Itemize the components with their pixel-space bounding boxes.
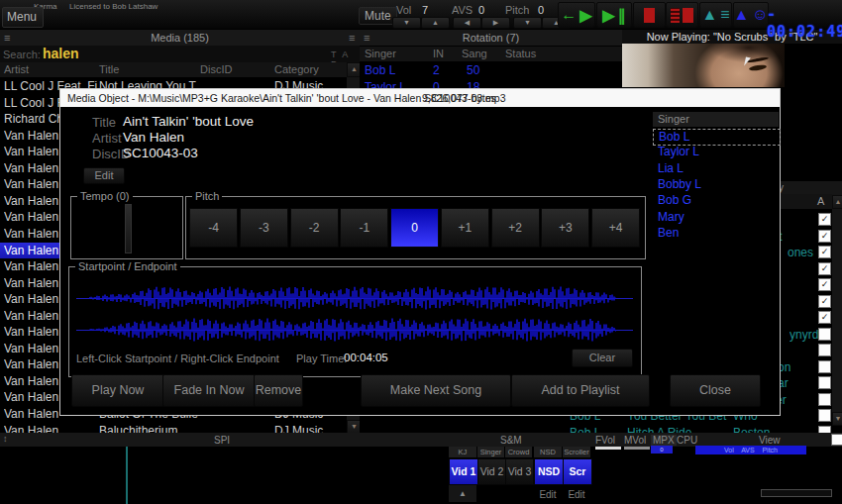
media-table-row[interactable]: Van HalenBaluchitheriumDJ Music: [0, 423, 347, 433]
avs-left-button[interactable]: ◀: [453, 17, 481, 29]
vol-up-button[interactable]: ▲: [421, 17, 450, 29]
column-header-category[interactable]: Category: [274, 63, 319, 75]
dialog-button-make-next-song[interactable]: Make Next Song: [361, 374, 511, 407]
mvol-meter[interactable]: [624, 447, 650, 450]
nsd-edit-button[interactable]: Edit: [534, 489, 562, 500]
mvol-label[interactable]: MVol: [624, 435, 646, 446]
dialog-button-close[interactable]: Close: [670, 374, 761, 407]
mute-button[interactable]: Mute: [359, 7, 397, 25]
pitch-down-button[interactable]: ▼: [513, 17, 542, 29]
avs-right-button[interactable]: ▶: [481, 17, 510, 29]
column-header-discid[interactable]: DiscID: [200, 63, 232, 75]
scroll-up-icon[interactable]: ▲: [832, 195, 842, 209]
song-active-checkbox[interactable]: [818, 328, 831, 341]
pitch-label: Pitch: [505, 4, 529, 16]
pitch-button-+1[interactable]: +1: [441, 208, 489, 248]
column-header-singer[interactable]: Singer: [365, 48, 396, 59]
pitch-button-+2[interactable]: +2: [491, 208, 540, 248]
menu-icon[interactable]: ≡: [349, 33, 355, 43]
restart-play-button[interactable]: ←▶: [558, 2, 595, 28]
column-header-artist[interactable]: Artist: [4, 63, 29, 75]
tempo-slider[interactable]: [125, 204, 132, 253]
singer-item[interactable]: Mary: [653, 210, 779, 225]
fvol-meter[interactable]: [595, 447, 621, 450]
kj-up-button[interactable]: ▲: [449, 485, 476, 502]
dialog-button-add-to-playlist[interactable]: Add to Playlist: [511, 374, 650, 407]
menu-icon[interactable]: ≡: [364, 33, 369, 43]
song-active-checkbox[interactable]: [818, 409, 831, 422]
song-active-checkbox[interactable]: ✓: [818, 246, 831, 258]
avs-smiley-button[interactable]: ▲☺: [733, 2, 769, 28]
menu-button[interactable]: Menu: [2, 7, 44, 28]
dialog-button-remove[interactable]: Remove: [254, 374, 303, 407]
vid-button-1[interactable]: Vid 1: [449, 458, 478, 485]
media-column-headers: Artist Title DiscID Category: [0, 62, 347, 77]
column-header-sang[interactable]: Sang: [462, 48, 487, 59]
singer-item[interactable]: Bob L: [653, 129, 781, 146]
scroll-down-icon[interactable]: ▼: [832, 412, 842, 426]
vid-button-3[interactable]: Vid 3: [505, 458, 534, 485]
singer-item[interactable]: Bobby L: [653, 177, 779, 192]
song-active-checkbox[interactable]: ✓: [818, 213, 831, 226]
song-active-checkbox[interactable]: ✓: [818, 311, 831, 324]
song-active-checkbox[interactable]: ✓: [818, 295, 831, 308]
scr-button[interactable]: Scr: [563, 458, 592, 485]
stop-button[interactable]: [633, 2, 666, 28]
pitch-button--4[interactable]: -4: [189, 208, 238, 248]
avs-list-button[interactable]: ▲≡: [699, 2, 732, 28]
column-header-status[interactable]: Status: [505, 48, 536, 59]
song-active-checkbox[interactable]: [818, 393, 831, 406]
column-header-title[interactable]: Title: [99, 63, 119, 75]
song-active-checkbox[interactable]: ✓: [818, 278, 831, 291]
scroll-down-icon[interactable]: ▼: [347, 420, 360, 433]
stop-alt-button[interactable]: [666, 2, 698, 28]
rotation-row[interactable]: Bob L250: [360, 62, 617, 79]
view-selected-row[interactable]: Vol AVS Pitch: [695, 446, 806, 454]
dialog-button-play-now[interactable]: Play Now: [71, 374, 164, 407]
view-label[interactable]: View: [759, 435, 781, 446]
song-active-checkbox[interactable]: [818, 344, 831, 356]
column-header-active[interactable]: A: [817, 195, 824, 207]
menu-icon[interactable]: ≡: [4, 33, 10, 43]
scroll-up-icon[interactable]: ▲: [347, 62, 360, 77]
pitch-button--2[interactable]: -2: [290, 208, 339, 248]
column-header-in[interactable]: IN: [433, 48, 444, 59]
play-pause-button[interactable]: ▶∥: [596, 2, 632, 28]
search-bar[interactable]: Search: halen T A D: [0, 46, 360, 62]
edit-button[interactable]: Edit: [83, 167, 125, 184]
media-cell-category: DJ Music: [274, 424, 344, 433]
pitch-button--3[interactable]: -3: [240, 208, 288, 248]
spi-label: SPI: [214, 435, 230, 446]
waveform-right-channel[interactable]: [89, 316, 616, 344]
song-active-checkbox[interactable]: [818, 376, 831, 389]
singer-item[interactable]: Bob G: [653, 193, 779, 208]
dialog-button-fade-in-now[interactable]: Fade In Now: [162, 374, 256, 407]
bottom-checkbox[interactable]: [831, 434, 842, 446]
song-active-checkbox[interactable]: ✓: [818, 230, 831, 243]
spi-position-line: [126, 447, 128, 504]
singer-item[interactable]: Lia L: [653, 161, 779, 176]
mpx-badge: 0: [651, 446, 673, 454]
resize-updown-icon[interactable]: ↕: [3, 434, 8, 444]
vid-button-2[interactable]: Vid 2: [477, 458, 506, 485]
singer-list-header: Singer: [653, 112, 779, 127]
song-active-checkbox[interactable]: [818, 360, 831, 373]
nsd-button[interactable]: NSD: [534, 458, 564, 485]
pitch-button-+4[interactable]: +4: [591, 208, 640, 248]
pitch-button-+3[interactable]: +3: [541, 208, 589, 248]
fvol-label[interactable]: FVol: [595, 435, 615, 446]
cpu-label[interactable]: CPU: [677, 435, 697, 446]
pitch-button-0[interactable]: 0: [390, 208, 439, 248]
scr-edit-button[interactable]: Edit: [563, 489, 590, 500]
song-active-checkbox[interactable]: ✓: [818, 262, 831, 275]
waveform-left-channel[interactable]: [89, 284, 616, 312]
clear-button[interactable]: Clear: [572, 349, 633, 367]
pitch-value: 0: [538, 4, 544, 16]
pitch-button--1[interactable]: -1: [340, 208, 388, 248]
singer-item[interactable]: Ben: [653, 226, 779, 241]
singer-item[interactable]: Taylor L: [653, 145, 779, 159]
mpx-label[interactable]: MPX: [651, 435, 677, 446]
vol-down-button[interactable]: ▼: [392, 17, 421, 29]
songs-scrollbar[interactable]: [832, 194, 842, 424]
search-input[interactable]: halen: [43, 46, 79, 61]
